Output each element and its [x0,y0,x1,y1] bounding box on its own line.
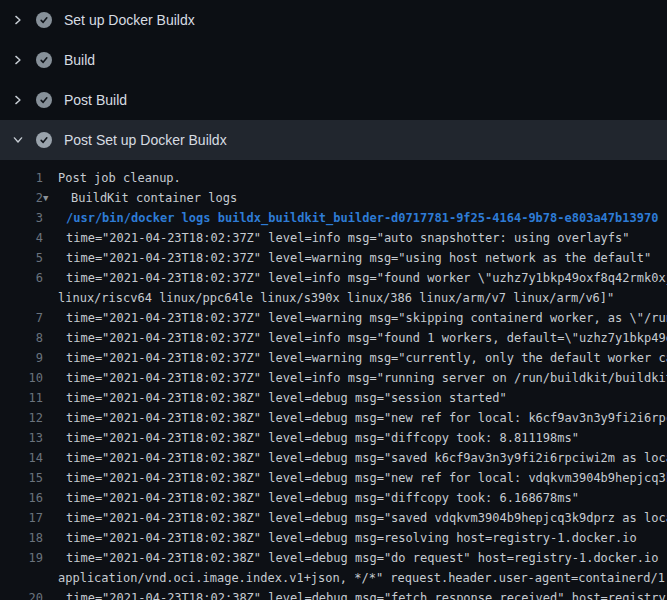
log-row: 14 time="2021-04-23T18:02:38Z" level=deb… [0,448,667,468]
log-text: time="2021-04-23T18:02:37Z" level=info m… [66,368,667,388]
log-text: time="2021-04-23T18:02:38Z" level=debug … [66,388,507,408]
line-number[interactable]: 16 [0,488,43,508]
log-text: linux/riscv64 linux/ppc64le linux/s390x … [58,288,614,308]
log-text: Post job cleanup. [58,168,181,188]
line-number[interactable]: 18 [0,528,43,548]
log-text: time="2021-04-23T18:02:38Z" level=debug … [66,488,579,508]
log-row: 5 time="2021-04-23T18:02:37Z" level=warn… [0,248,667,268]
line-number[interactable]: 2 [0,188,43,208]
step-row-post-build[interactable]: Post Build [0,80,667,120]
log-row: 2 ▼BuildKit container logs [0,188,667,208]
log-row: 6 time="2021-04-23T18:02:37Z" level=info… [0,268,667,288]
group-collapse-triangle-icon[interactable]: ▼ [43,188,56,208]
line-number[interactable]: 12 [0,408,43,428]
line-number[interactable]: 10 [0,368,43,388]
log-text: time="2021-04-23T18:02:37Z" level=info m… [66,228,630,248]
step-row-build[interactable]: Build [0,40,667,80]
log-row: 10 time="2021-04-23T18:02:37Z" level=inf… [0,368,667,388]
log-text: time="2021-04-23T18:02:38Z" level=debug … [66,548,667,568]
step-row-set-up-docker-buildx[interactable]: Set up Docker Buildx [0,0,667,40]
line-number[interactable]: 17 [0,508,43,528]
log-row: 16 time="2021-04-23T18:02:38Z" level=deb… [0,488,667,508]
check-circle-icon [36,12,52,28]
check-circle-icon [36,92,52,108]
log-row: linux/riscv64 linux/ppc64le linux/s390x … [0,288,667,308]
line-number[interactable]: 8 [0,328,43,348]
log-row: 1 Post job cleanup. [0,168,667,188]
log-row: 13 time="2021-04-23T18:02:38Z" level=deb… [0,428,667,448]
chevron-icon [11,13,25,27]
line-number[interactable]: 1 [0,168,43,188]
log-row: 7 time="2021-04-23T18:02:37Z" level=warn… [0,308,667,328]
log-row: 4 time="2021-04-23T18:02:37Z" level=info… [0,228,667,248]
line-number[interactable]: 5 [0,248,43,268]
log-text: time="2021-04-23T18:02:38Z" level=debug … [66,508,667,528]
steps-list: Set up Docker Buildx Build Post Build [0,0,667,160]
check-circle-icon [36,132,52,148]
line-number[interactable]: 4 [0,228,43,248]
workflow-log-viewer: Set up Docker Buildx Build Post Build [0,0,667,600]
log-row: 8 time="2021-04-23T18:02:37Z" level=info… [0,328,667,348]
log-text: /usr/bin/docker logs buildx_buildkit_bui… [66,208,658,228]
log-text: time="2021-04-23T18:02:37Z" level=info m… [66,328,667,348]
line-number[interactable]: 19 [0,548,43,568]
log-console: 1 Post job cleanup. 2 ▼BuildKit containe… [0,160,667,600]
log-row: application/vnd.oci.image.index.v1+json,… [0,568,667,588]
log-text[interactable]: BuildKit container logs [71,188,237,208]
log-row: 20 time="2021-04-23T18:02:38Z" level=deb… [0,588,667,600]
log-text: time="2021-04-23T18:02:37Z" level=warnin… [66,308,667,328]
log-text: time="2021-04-23T18:02:38Z" level=debug … [66,588,667,600]
log-text: time="2021-04-23T18:02:37Z" level=warnin… [66,348,667,368]
step-label: Post Build [64,92,127,108]
chevron-icon [11,93,25,107]
log-text: time="2021-04-23T18:02:38Z" level=debug … [66,468,667,488]
log-text: time="2021-04-23T18:02:37Z" level=info m… [66,268,667,288]
line-number[interactable]: 20 [0,588,43,600]
log-row: 9 time="2021-04-23T18:02:37Z" level=warn… [0,348,667,368]
log-text: time="2021-04-23T18:02:38Z" level=debug … [66,528,637,548]
log-text: application/vnd.oci.image.index.v1+json,… [58,568,667,588]
log-text: time="2021-04-23T18:02:38Z" level=debug … [66,408,667,428]
log-text: time="2021-04-23T18:02:38Z" level=debug … [66,428,579,448]
line-number[interactable]: 3 [0,208,43,228]
line-number[interactable]: 6 [0,268,43,288]
step-row-post-set-up-docker-buildx[interactable]: Post Set up Docker Buildx [0,120,667,160]
chevron-icon [11,53,25,67]
check-circle-icon [36,52,52,68]
line-number[interactable]: 11 [0,388,43,408]
line-number [0,568,43,588]
step-label: Build [64,52,95,68]
chevron-icon [11,133,25,147]
log-text: time="2021-04-23T18:02:37Z" level=warnin… [66,248,651,268]
line-number[interactable]: 15 [0,468,43,488]
log-text: time="2021-04-23T18:02:38Z" level=debug … [66,448,667,468]
log-row: 18 time="2021-04-23T18:02:38Z" level=deb… [0,528,667,548]
log-row: 3 /usr/bin/docker logs buildx_buildkit_b… [0,208,667,228]
log-row: 15 time="2021-04-23T18:02:38Z" level=deb… [0,468,667,488]
step-label: Set up Docker Buildx [64,12,195,28]
line-number[interactable]: 7 [0,308,43,328]
line-number[interactable]: 9 [0,348,43,368]
log-row: 19 time="2021-04-23T18:02:38Z" level=deb… [0,548,667,568]
log-row: 17 time="2021-04-23T18:02:38Z" level=deb… [0,508,667,528]
line-number[interactable]: 13 [0,428,43,448]
step-label: Post Set up Docker Buildx [64,132,227,148]
log-row: 11 time="2021-04-23T18:02:38Z" level=deb… [0,388,667,408]
line-number [0,288,43,308]
line-number[interactable]: 14 [0,448,43,468]
log-row: 12 time="2021-04-23T18:02:38Z" level=deb… [0,408,667,428]
